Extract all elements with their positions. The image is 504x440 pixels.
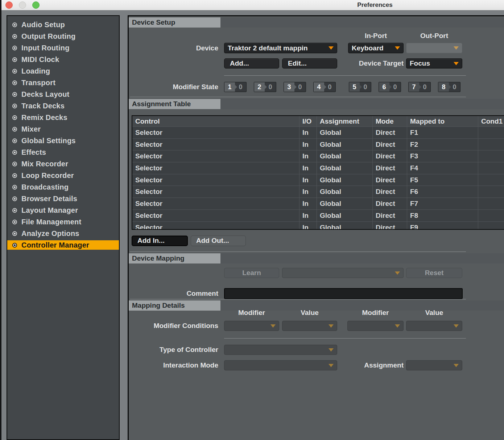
- modifier-state-5[interactable]: 50: [349, 82, 371, 92]
- sidebar-item-layout-manager[interactable]: Layout Manager: [7, 206, 119, 215]
- table-cell: Global: [317, 186, 373, 198]
- minimize-button-icon[interactable]: [19, 1, 26, 9]
- comment-input[interactable]: [224, 288, 463, 299]
- modifier-number: 8: [438, 82, 449, 92]
- table-row[interactable]: SelectorInGlobalDirectF9: [132, 221, 504, 230]
- table-cell: Global: [317, 210, 373, 221]
- sidebar-item-global-settings[interactable]: Global Settings: [7, 136, 119, 145]
- modifier-state-3[interactable]: 30: [284, 82, 306, 92]
- sidebar-item-transport[interactable]: Transport: [7, 78, 119, 87]
- assignment-dropdown: [406, 360, 462, 370]
- table-row[interactable]: SelectorInGlobalDirectF8: [132, 209, 504, 221]
- sidebar-item-audio-setup[interactable]: Audio Setup: [7, 20, 119, 29]
- modifier-state-7[interactable]: 70: [408, 82, 431, 92]
- table-cell: [478, 150, 504, 162]
- sidebar-item-controller-manager[interactable]: Controller Manager: [7, 240, 119, 250]
- sidebar-item-input-routing[interactable]: Input Routing: [7, 43, 119, 53]
- modifier-state-1[interactable]: 10: [224, 82, 247, 92]
- sidebar-item-analyze-options[interactable]: Analyze Options: [7, 229, 119, 238]
- sidebar-item-mix-recorder[interactable]: Mix Recorder: [7, 159, 119, 169]
- table-cell: In: [299, 186, 317, 198]
- table-cell: In: [299, 222, 317, 230]
- chevron-down-icon: [329, 46, 334, 50]
- sidebar-item-mixer[interactable]: Mixer: [7, 124, 119, 134]
- sidebar-item-browser-details[interactable]: Browser Details: [7, 194, 119, 203]
- table-cell: Global: [317, 222, 373, 230]
- sidebar-item-output-routing[interactable]: Output Routing: [7, 32, 119, 41]
- sidebar-item-track-decks[interactable]: Track Decks: [7, 101, 119, 111]
- modifier-state-2[interactable]: 20: [254, 82, 276, 92]
- zoom-button-icon[interactable]: [32, 1, 40, 9]
- modifier-number: 3: [284, 82, 294, 92]
- sidebar-item-effects[interactable]: Effects: [7, 148, 119, 157]
- modifier-state-6[interactable]: 60: [379, 82, 401, 92]
- sidebar-item-label: Loop Recorder: [21, 171, 74, 180]
- close-button-icon[interactable]: [5, 1, 13, 9]
- sidebar-item-label: Analyze Options: [21, 229, 79, 238]
- radio-icon: [12, 150, 17, 155]
- table-cell: [478, 186, 504, 198]
- radio-icon: [12, 104, 17, 108]
- table-row[interactable]: SelectorInGlobalDirectF7: [132, 198, 504, 209]
- table-cell: [478, 198, 504, 209]
- modifier-state-8[interactable]: 80: [438, 82, 460, 92]
- sidebar-item-broadcasting[interactable]: Broadcasting: [7, 182, 119, 192]
- sidebar-item-remix-decks[interactable]: Remix Decks: [7, 113, 119, 122]
- table-cell: Direct: [373, 150, 407, 162]
- radio-icon: [12, 231, 17, 236]
- in-port-dropdown[interactable]: Keyboard: [348, 43, 404, 53]
- table-row[interactable]: SelectorInGlobalDirectF3: [132, 150, 504, 162]
- add-out-button[interactable]: Add Out...: [191, 236, 246, 246]
- sidebar-item-label: Transport: [21, 79, 55, 87]
- device-dropdown[interactable]: Traktor 2 default mappin: [224, 43, 337, 53]
- radio-icon: [12, 208, 17, 213]
- sidebar-item-decks-layout[interactable]: Decks Layout: [7, 90, 119, 99]
- table-cell: Global: [317, 139, 373, 150]
- chevron-down-icon: [329, 364, 334, 367]
- sidebar-item-loading[interactable]: Loading: [7, 66, 119, 76]
- table-row[interactable]: SelectorInGlobalDirectF5: [132, 174, 504, 186]
- in-port-value: Keyboard: [352, 44, 384, 52]
- modifier-number: 1: [224, 82, 235, 92]
- separator: [224, 338, 466, 339]
- learn-button: Learn: [224, 268, 279, 278]
- radio-icon: [12, 69, 17, 74]
- sidebar-item-loop-recorder[interactable]: Loop Recorder: [7, 171, 119, 180]
- table-cell: F5: [407, 174, 478, 186]
- radio-icon: [12, 115, 17, 120]
- interaction-mode-dropdown: [224, 360, 337, 370]
- table-row[interactable]: SelectorInGlobalDirectF2: [132, 138, 504, 150]
- table-cell: Direct: [373, 174, 407, 186]
- modifier-number: 7: [409, 82, 419, 92]
- table-row[interactable]: SelectorInGlobalDirectF6: [132, 186, 504, 198]
- in-port-label: In-Port: [348, 31, 404, 41]
- condition-value-label: Value: [406, 308, 462, 317]
- chevron-down-icon: [329, 348, 334, 352]
- device-label: Device: [129, 43, 218, 53]
- table-cell: F2: [407, 139, 478, 150]
- sidebar-item-label: Effects: [21, 148, 46, 157]
- sidebar-item-midi-clock[interactable]: MIDI Clock: [7, 55, 119, 64]
- modifier-number: 4: [314, 82, 324, 92]
- add-in-button[interactable]: Add In...: [132, 236, 188, 246]
- sidebar: Audio SetupOutput RoutingInput RoutingMI…: [7, 15, 120, 440]
- modifier-state-4[interactable]: 40: [313, 82, 336, 92]
- table-row[interactable]: SelectorInGlobalDirectF4: [132, 162, 504, 174]
- table-cell: F4: [407, 162, 478, 174]
- assignment-label: Assignment: [337, 360, 404, 370]
- add-device-button[interactable]: Add...: [224, 58, 279, 69]
- chevron-down-icon: [454, 364, 459, 367]
- table-cell: In: [299, 150, 317, 162]
- chevron-down-icon: [329, 324, 334, 328]
- table-cell: Direct: [373, 127, 407, 138]
- edit-device-button[interactable]: Edit...: [282, 58, 337, 69]
- device-target-dropdown[interactable]: Focus: [406, 58, 462, 69]
- sidebar-item-label: Mixer: [21, 125, 41, 133]
- sidebar-item-file-management[interactable]: File Management: [7, 217, 119, 227]
- modifier-state-label: Modifier State: [129, 82, 218, 92]
- section-header-device-mapping: Device Mapping: [129, 253, 220, 263]
- sidebar-item-label: Output Routing: [21, 32, 75, 41]
- table-row[interactable]: SelectorInGlobalDirectF1: [132, 126, 504, 138]
- section-header-mapping-details: Mapping Details: [129, 300, 220, 311]
- radio-icon: [12, 57, 17, 62]
